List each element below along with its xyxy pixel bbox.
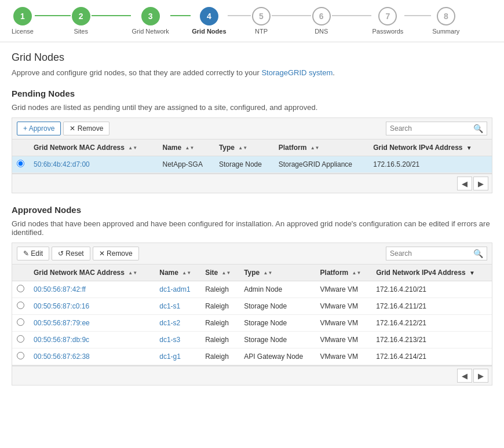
approved-row-radio-cell[interactable] xyxy=(12,332,29,348)
wizard-step-group-1: 1License xyxy=(12,7,72,35)
pending-col-name[interactable]: Name ▲▼ xyxy=(158,139,214,156)
wizard-step-4[interactable]: 4Grid Nodes xyxy=(192,7,226,35)
approved-row-type: Storage Node xyxy=(239,315,315,332)
approved-row-radio-cell[interactable] xyxy=(12,348,29,365)
approved-col-site[interactable]: Site ▲▼ xyxy=(200,265,239,281)
approved-row-radio[interactable] xyxy=(17,352,24,359)
approved-col-platform[interactable]: Platform ▲▼ xyxy=(316,265,372,281)
approved-table-container: Grid Network MAC Address ▲▼ Name ▲▼ Site… xyxy=(12,264,492,366)
approved-col-name[interactable]: Name ▲▼ xyxy=(155,265,200,281)
step-connector-5 xyxy=(272,15,311,16)
approved-row-type: Storage Node xyxy=(239,298,315,315)
step-label-5: NTP xyxy=(255,28,268,35)
approved-row-radio[interactable] xyxy=(17,318,24,326)
approved-col-mac[interactable]: Grid Network MAC Address ▲▼ xyxy=(29,265,155,281)
approved-row-radio[interactable] xyxy=(17,302,24,309)
pending-prev-page[interactable]: ◀ xyxy=(457,177,472,190)
approved-row-platform: VMware VM xyxy=(316,348,372,365)
page-title: Grid Nodes xyxy=(12,52,492,64)
table-row[interactable]: 50:6b:4b:42:d7:00 NetApp-SGA Storage Nod… xyxy=(12,156,492,173)
pending-table-body: 50:6b:4b:42:d7:00 NetApp-SGA Storage Nod… xyxy=(12,156,492,173)
wizard-step-group-4: 4Grid Nodes xyxy=(192,7,252,35)
wizard-step-group-7: 7Passwords xyxy=(372,7,433,35)
wizard-step-group-6: 6DNS xyxy=(312,7,372,35)
pending-table-header: Grid Network MAC Address ▲▼ Name ▲▼ Type… xyxy=(12,139,492,156)
edit-button[interactable]: ✎ Edit xyxy=(17,247,49,260)
approved-row-type: API Gateway Node xyxy=(239,348,315,365)
approved-row-mac: 00:50:56:87:62:38 xyxy=(29,348,155,365)
approved-row-type: Storage Node xyxy=(239,332,315,348)
step-label-8: Summary xyxy=(432,28,459,35)
reset-button[interactable]: ↺ Reset xyxy=(52,247,90,260)
approved-row-radio-cell[interactable] xyxy=(12,315,29,332)
pending-type-sort-icon[interactable]: ▲▼ xyxy=(238,145,247,150)
pending-next-page[interactable]: ▶ xyxy=(473,177,488,190)
approved-row-platform: VMware VM xyxy=(316,332,372,348)
pending-table-footer: ◀ ▶ xyxy=(12,174,492,193)
approved-table-header: Grid Network MAC Address ▲▼ Name ▲▼ Site… xyxy=(12,265,492,281)
wizard-step-2[interactable]: 2Sites xyxy=(72,7,90,35)
approved-row-ipv4: 172.16.4.210/21 xyxy=(371,281,492,298)
table-row[interactable]: 00:50:56:87:79:ee dc1-s2 Raleigh Storage… xyxy=(12,315,492,332)
approved-name-sort-icon[interactable]: ▲▼ xyxy=(182,270,191,276)
approved-row-site: Raleigh xyxy=(200,315,239,332)
table-row[interactable]: 00:50:56:87:db:9c dc1-s3 Raleigh Storage… xyxy=(12,332,492,348)
approved-row-ipv4: 172.16.4.214/21 xyxy=(371,348,492,365)
approved-next-page[interactable]: ▶ xyxy=(473,369,488,383)
approved-row-radio-cell[interactable] xyxy=(12,298,29,315)
pending-search-box[interactable]: 🔍 xyxy=(386,122,487,135)
approved-row-radio[interactable] xyxy=(17,285,24,292)
approved-search-box[interactable]: 🔍 xyxy=(386,247,487,260)
wizard-step-6: 6DNS xyxy=(312,7,331,35)
pending-nodes-section: Pending Nodes Grid nodes are listed as p… xyxy=(12,89,492,193)
table-row[interactable]: 00:50:56:87:c0:16 dc1-s1 Raleigh Storage… xyxy=(12,298,492,315)
approved-type-sort-icon[interactable]: ▲▼ xyxy=(264,270,273,276)
table-row[interactable]: 00:50:56:87:62:38 dc1-g1 Raleigh API Gat… xyxy=(12,348,492,365)
approved-col-type[interactable]: Type ▲▼ xyxy=(239,265,315,281)
approved-search-input[interactable] xyxy=(390,249,471,258)
approved-row-radio[interactable] xyxy=(17,335,24,343)
pending-col-type[interactable]: Type ▲▼ xyxy=(214,139,274,156)
approved-col-ipv4[interactable]: Grid Network IPv4 Address ▼ xyxy=(371,265,492,281)
storagegrid-link[interactable]: StorageGRID system xyxy=(261,68,333,77)
step-circle-1: 1 xyxy=(13,7,32,25)
approved-remove-button[interactable]: ✕ Remove xyxy=(93,247,139,260)
wizard-step-group-2: 2Sites xyxy=(72,7,132,35)
pending-platform-sort-icon[interactable]: ▲▼ xyxy=(311,145,320,150)
approve-button[interactable]: + Approve xyxy=(17,122,61,135)
pending-mac-sort-icon[interactable]: ▲▼ xyxy=(128,145,137,150)
wizard-step-8: 8Summary xyxy=(432,7,459,35)
step-connector-4 xyxy=(228,15,251,16)
pending-col-platform[interactable]: Platform ▲▼ xyxy=(274,139,369,156)
approved-platform-sort-icon[interactable]: ▲▼ xyxy=(352,270,361,276)
approved-prev-page[interactable]: ◀ xyxy=(457,369,472,383)
pending-search-icon: 🔍 xyxy=(473,124,483,133)
pending-remove-button[interactable]: ✕ Remove xyxy=(63,122,109,135)
pending-search-input[interactable] xyxy=(390,124,471,133)
pending-row-radio[interactable] xyxy=(17,160,24,167)
pending-row-platform: StorageGRID Appliance xyxy=(274,156,369,173)
approved-row-radio-cell[interactable] xyxy=(12,281,29,298)
pending-ipv4-sort-icon[interactable]: ▼ xyxy=(466,145,472,151)
approved-site-sort-icon[interactable]: ▲▼ xyxy=(221,270,231,276)
approved-row-site: Raleigh xyxy=(200,348,239,365)
wizard-step-group-5: 5NTP xyxy=(252,7,312,35)
wizard-step-5: 5NTP xyxy=(252,7,271,35)
pending-col-ipv4[interactable]: Grid Network IPv4 Address ▼ xyxy=(368,139,492,156)
wizard-steps: 1License2Sites3Grid Network4Grid Nodes5N… xyxy=(0,0,504,42)
approved-mac-sort-icon[interactable]: ▲▼ xyxy=(128,270,137,276)
approved-row-name: dc1-s2 xyxy=(155,315,200,332)
pending-col-mac[interactable]: Grid Network MAC Address ▲▼ xyxy=(29,139,158,156)
pending-row-radio-cell[interactable] xyxy=(12,156,29,173)
pending-table-container: Grid Network MAC Address ▲▼ Name ▲▼ Type… xyxy=(12,139,492,174)
step-label-3: Grid Network xyxy=(132,28,169,35)
step-circle-6: 6 xyxy=(312,7,331,25)
wizard-step-3[interactable]: 3Grid Network xyxy=(132,7,169,35)
pending-nodes-description: Grid nodes are listed as pending until t… xyxy=(12,103,492,112)
pending-row-mac: 50:6b:4b:42:d7:00 xyxy=(29,156,158,173)
wizard-step-1[interactable]: 1License xyxy=(12,7,34,35)
table-row[interactable]: 00:50:56:87:42:ff dc1-adm1 Raleigh Admin… xyxy=(12,281,492,298)
pending-name-sort-icon[interactable]: ▲▼ xyxy=(185,145,195,150)
approved-ipv4-sort-icon[interactable]: ▼ xyxy=(469,270,475,276)
approved-toolbar: ✎ Edit ↺ Reset ✕ Remove 🔍 xyxy=(12,243,492,264)
